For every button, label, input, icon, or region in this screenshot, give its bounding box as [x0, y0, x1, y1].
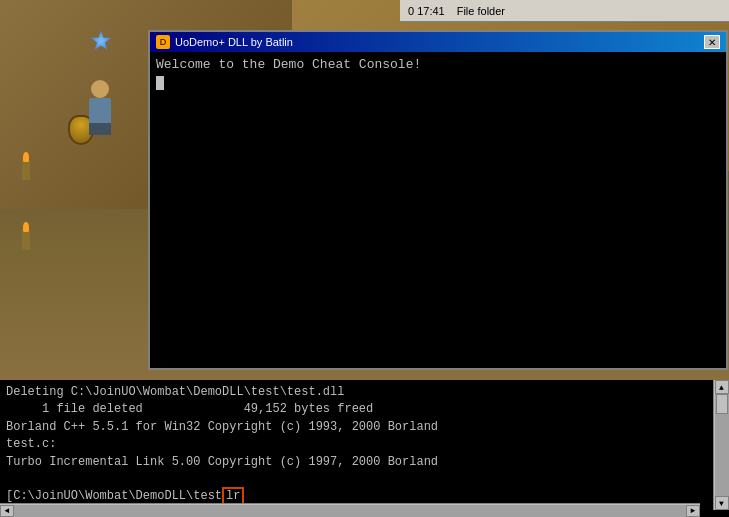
scroll-track-h[interactable] — [14, 505, 686, 517]
dll-window: D UoDemo+ DLL by Batlin ✕ Welcome to the… — [148, 30, 728, 370]
torch-icon-1 — [22, 160, 30, 180]
term-line-3: Borland C++ 5.5.1 for Win32 Copyright (c… — [6, 419, 694, 436]
time-display: 0 17:41 — [400, 5, 453, 17]
scroll-left-button[interactable]: ◄ — [0, 505, 14, 517]
character-head — [91, 80, 109, 98]
character-body — [89, 98, 111, 123]
term-line-1: Deleting C:\JoinUO\Wombat\DemoDLL\test\t… — [6, 384, 694, 401]
bottom-terminal: Deleting C:\JoinUO\Wombat\DemoDLL\test\t… — [0, 380, 700, 517]
folder-label: File folder — [453, 5, 509, 17]
close-button[interactable]: ✕ — [704, 35, 720, 49]
term-line-5: Turbo Incremental Link 5.00 Copyright (c… — [6, 454, 694, 471]
scroll-thumb[interactable] — [716, 394, 728, 414]
scroll-up-button[interactable]: ▲ — [715, 380, 729, 394]
character-legs — [89, 123, 111, 135]
term-line-2: 1 file deleted 49,152 bytes freed — [6, 401, 694, 418]
torch-icon-2 — [22, 230, 30, 250]
console-welcome-text: Welcome to the Demo Cheat Console! — [156, 56, 720, 92]
term-line-6 — [6, 471, 694, 488]
horizontal-scrollbar[interactable]: ◄ ► — [0, 503, 700, 517]
dll-window-title: UoDemo+ DLL by Batlin — [175, 36, 704, 48]
dll-titlebar[interactable]: D UoDemo+ DLL by Batlin ✕ — [150, 32, 726, 52]
taskbar-top: 0 17:41 File folder — [400, 0, 729, 22]
dll-window-icon: D — [156, 35, 170, 49]
scroll-track[interactable] — [715, 394, 729, 496]
scroll-right-button[interactable]: ► — [686, 505, 700, 517]
scroll-down-button[interactable]: ▼ — [715, 496, 729, 510]
game-character — [85, 80, 115, 130]
console-cursor — [156, 76, 164, 90]
term-line-4: test.c: — [6, 436, 694, 453]
vertical-scrollbar[interactable]: ▲ ▼ — [713, 380, 729, 510]
dll-console-area: Welcome to the Demo Cheat Console! — [150, 52, 726, 368]
